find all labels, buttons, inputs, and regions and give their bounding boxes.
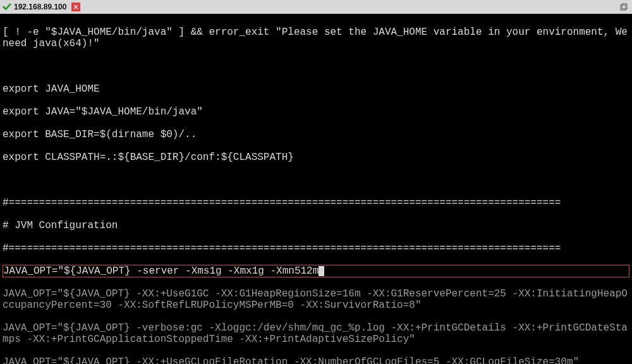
svg-rect-0: [621, 5, 626, 10]
connected-icon: [3, 3, 11, 11]
term-line: [ ! -e "$JAVA_HOME/bin/java" ] && error_…: [3, 27, 629, 49]
restore-window-icon[interactable]: [619, 3, 628, 11]
term-line: # JVM Configuration: [3, 220, 629, 231]
term-line: export BASE_DIR=$(dirname $0)/..: [3, 129, 629, 140]
term-line: export JAVA_HOME: [3, 83, 629, 95]
term-line: #=======================================…: [3, 197, 629, 209]
term-line: #=======================================…: [3, 243, 629, 254]
term-line: JAVA_OPT="${JAVA_OPT} -XX:+UseG1GC -XX:G…: [3, 288, 629, 311]
term-line: export JAVA="$JAVA_HOME/bin/java": [3, 106, 629, 118]
term-line: JAVA_OPT="${JAVA_OPT} -verbose:gc -Xlogg…: [3, 322, 629, 345]
close-tab-button[interactable]: [71, 3, 80, 11]
terminal-output[interactable]: [ ! -e "$JAVA_HOME/bin/java" ] && error_…: [0, 14, 632, 364]
tab-bar: 192.168.89.100: [0, 0, 632, 14]
term-line-highlighted: JAVA_OPT="${JAVA_OPT} -server -Xms1g -Xm…: [3, 265, 629, 277]
text-cursor: [319, 266, 324, 276]
term-line: [3, 174, 629, 186]
term-line: export CLASSPATH=.:${BASE_DIR}/conf:${CL…: [3, 152, 629, 163]
term-line: JAVA_OPT="${JAVA_OPT} -XX:+UseGCLogFileR…: [3, 356, 629, 364]
svg-rect-1: [622, 4, 627, 9]
cursor-line-text: JAVA_OPT="${JAVA_OPT} -server -Xms1g -Xm…: [3, 265, 319, 277]
term-line: [3, 61, 629, 72]
highlighted-region: JAVA_OPT="${JAVA_OPT} -server -Xms1g -Xm…: [3, 265, 629, 277]
tab-title[interactable]: 192.168.89.100: [14, 3, 66, 11]
